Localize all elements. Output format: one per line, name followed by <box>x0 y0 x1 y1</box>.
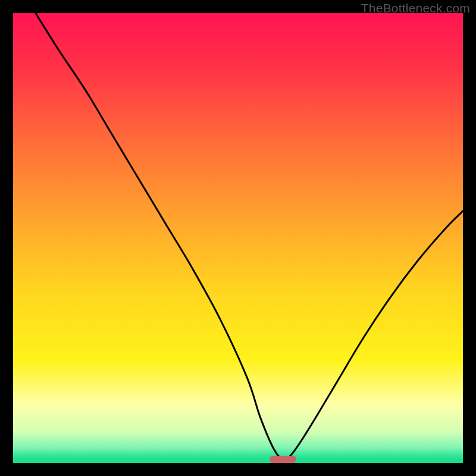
chart-frame: TheBottleneck.com <box>0 0 476 476</box>
bottleneck-curve <box>13 13 463 463</box>
optimal-marker <box>270 456 296 463</box>
watermark-text: TheBottleneck.com <box>361 1 470 15</box>
plot-area <box>13 13 463 463</box>
